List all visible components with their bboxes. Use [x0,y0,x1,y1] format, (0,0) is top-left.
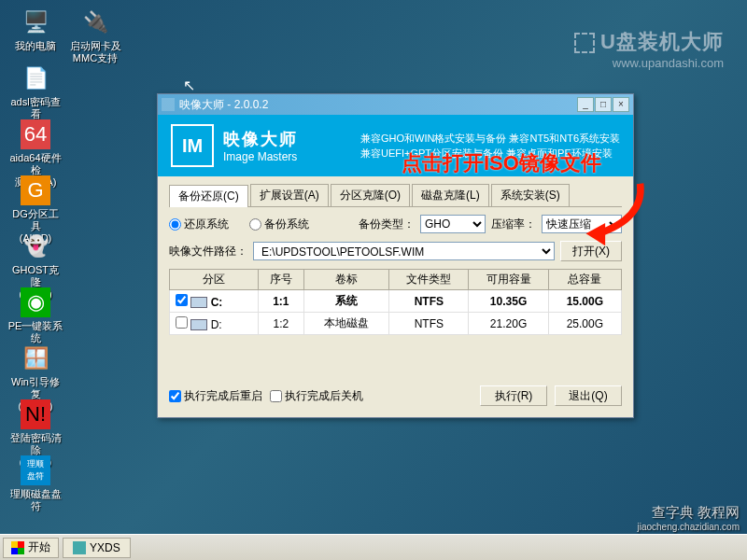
tab-1[interactable]: 扩展设置(A) [250,184,329,206]
table-row[interactable]: C:1:1系统NTFS10.35G15.00G [170,290,622,313]
desktop-icon[interactable]: 理顺盘符理顺磁盘盘符 [7,455,63,512]
window-title: 映像大师 - 2.0.0.2 [179,97,268,113]
tab-bar: 备份还原(C)扩展设置(A)分区克隆(O)磁盘克隆(L)系统安装(S) [169,184,622,207]
image-path-input[interactable]: E:\UPDSTOOL\PETOOLSF.WIM [253,242,555,260]
image-master-window: 映像大师 - 2.0.0.2 _ □ × IM 映像大师 Image Maste… [157,93,634,418]
exit-button[interactable]: 退出(Q) [555,385,622,406]
backup-type-select[interactable]: GHO [420,215,486,233]
titlebar[interactable]: 映像大师 - 2.0.0.2 _ □ × [158,94,633,115]
compress-select[interactable]: 快速压缩 [542,215,622,233]
radio-backup[interactable]: 备份系统 [249,217,309,232]
run-button[interactable]: 执行(R) [480,385,547,406]
drive-icon [190,319,207,330]
row-checkbox[interactable] [176,294,188,306]
maximize-button[interactable]: □ [595,97,612,112]
desktop-icon[interactable]: 🔌启动网卡及MMC支持 [67,7,123,64]
radio-restore[interactable]: 还原系统 [169,217,229,232]
tab-2[interactable]: 分区克隆(O) [331,184,410,206]
logo-box: IM [171,124,214,167]
annotation-text: 点击打开ISO镜像文件 [402,149,601,177]
start-button[interactable]: 开始 [3,538,59,558]
row-checkbox[interactable] [176,316,188,329]
taskbar: 开始 YXDS [0,534,747,560]
partition-table: 分区序号卷标文件类型可用容量总容量 C:1:1系统NTFS10.35G15.00… [169,269,622,335]
desktop-icon[interactable]: 🖥️我的电脑 [7,7,63,52]
tab-4[interactable]: 系统安装(S) [491,184,570,206]
system-tray[interactable] [733,546,744,550]
tab-3[interactable]: 磁盘克隆(L) [412,184,489,206]
desktop-icon[interactable]: ◉PE一键装系统 [7,287,63,344]
drive-icon [190,297,207,308]
windows-flag-icon [11,541,24,554]
minimize-button[interactable]: _ [577,97,594,112]
tab-0[interactable]: 备份还原(C) [169,185,248,207]
taskbar-item[interactable]: YXDS [63,538,131,558]
table-row[interactable]: D:1:2本地磁盘NTFS21.20G25.00G [170,313,622,335]
brand-watermark: U盘装机大师 www.upandashi.com [574,28,724,70]
path-label: 映像文件路径： [169,244,247,259]
close-button[interactable]: × [613,97,629,112]
cursor-icon: ↖ [183,77,195,94]
site-watermark: 查字典 教程网 jiaocheng.chazidian.com [637,504,740,532]
app-icon [162,98,175,111]
open-button[interactable]: 打开(X) [560,241,622,261]
shutdown-checkbox[interactable]: 执行完成后关机 [270,388,363,404]
desktop: 🖥️我的电脑🔌启动网卡及MMC支持📄adsl密码查看器64aida64硬件检测(… [0,0,747,560]
reboot-checkbox[interactable]: 执行完成后重启 [169,388,262,404]
